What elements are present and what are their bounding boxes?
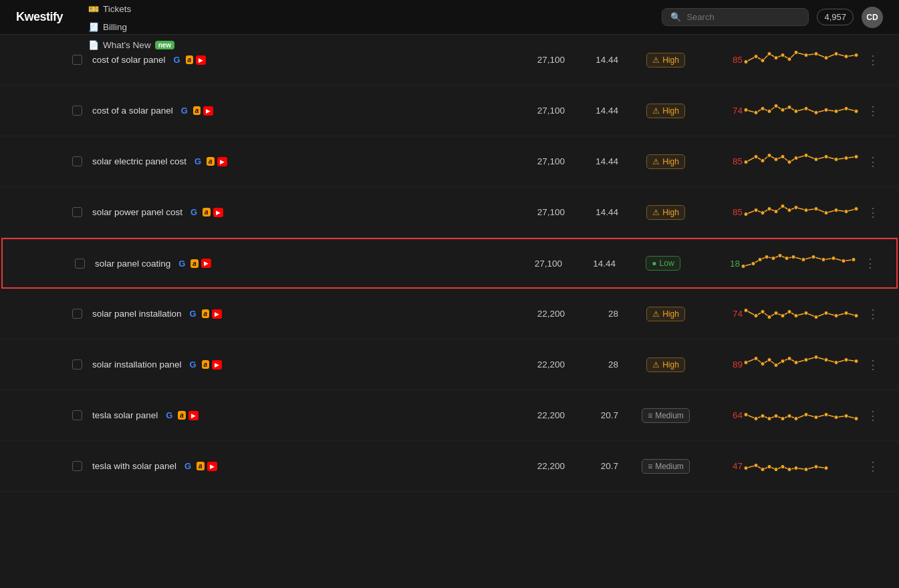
sparkline-row5	[743, 250, 857, 277]
col-score: 74	[702, 106, 743, 116]
row-checkbox[interactable]	[75, 259, 85, 269]
row-checkbox[interactable]	[72, 156, 82, 166]
youtube-icon[interactable]: ▶	[188, 411, 199, 420]
sparkline-row4	[746, 199, 860, 226]
svg-point-92	[804, 357, 808, 361]
platform-icons: G a ▶	[182, 460, 217, 472]
search-box[interactable]: 🔍	[662, 8, 809, 26]
google-icon[interactable]: G	[187, 308, 199, 320]
col-competition: ⚠ High	[629, 357, 702, 372]
svg-point-14	[744, 108, 748, 112]
amazon-icon[interactable]: a	[193, 106, 201, 115]
svg-point-28	[744, 160, 748, 164]
row-menu-button[interactable]: ⋮	[864, 456, 882, 476]
youtube-icon[interactable]: ▶	[201, 259, 211, 268]
row-checkbox[interactable]	[72, 461, 82, 471]
col-check	[72, 309, 92, 319]
row-checkbox[interactable]	[72, 55, 82, 65]
amazon-icon[interactable]: a	[202, 360, 210, 369]
svg-point-83	[854, 313, 858, 317]
col-cpc: 28	[565, 309, 618, 319]
row-menu-button[interactable]: ⋮	[864, 101, 882, 121]
google-icon[interactable]: G	[178, 105, 190, 117]
svg-point-38	[824, 154, 828, 158]
google-icon[interactable]: G	[187, 359, 199, 371]
svg-point-11	[834, 51, 838, 55]
svg-point-68	[842, 259, 846, 263]
svg-point-111	[854, 416, 858, 420]
svg-point-9	[814, 51, 818, 55]
youtube-icon[interactable]: ▶	[217, 157, 227, 166]
row-menu-button[interactable]: ⋮	[864, 406, 882, 426]
svg-point-101	[767, 416, 771, 420]
competition-icon: ⚠	[652, 157, 660, 166]
row-menu-button[interactable]: ⋮	[862, 253, 879, 273]
col-actions: ⋮	[863, 456, 883, 476]
svg-point-113	[754, 463, 758, 467]
nav-item-whats-new[interactable]: 📄 What's Newnew	[79, 36, 184, 54]
google-icon[interactable]: G	[192, 156, 204, 168]
svg-point-106	[804, 412, 808, 416]
col-check	[72, 461, 92, 471]
youtube-icon[interactable]: ▶	[196, 55, 206, 65]
col-competition: ⚠ High	[629, 154, 702, 169]
col-score: 89	[702, 359, 743, 370]
col-actions: ⋮	[863, 50, 883, 70]
competition-label: Medium	[655, 462, 684, 471]
row-menu-button[interactable]: ⋮	[864, 355, 882, 375]
sparkline-row8	[746, 402, 860, 429]
table-row: cost of a solar panel G a ▶ 27,100 14.44…	[0, 86, 899, 136]
row-menu-button[interactable]: ⋮	[864, 152, 882, 172]
amazon-icon[interactable]: a	[197, 462, 205, 470]
svg-point-57	[751, 262, 755, 266]
competition-badge: ⚠ High	[646, 154, 685, 169]
competition-badge: ⚠ High	[646, 53, 685, 67]
row-menu-button[interactable]: ⋮	[864, 50, 882, 70]
youtube-icon[interactable]: ▶	[207, 462, 217, 471]
amazon-icon[interactable]: a	[186, 55, 194, 64]
row-checkbox[interactable]	[72, 359, 82, 370]
svg-point-71	[754, 313, 758, 317]
youtube-icon[interactable]: ▶	[213, 208, 223, 217]
competition-label: High	[662, 208, 679, 217]
amazon-icon[interactable]: a	[203, 208, 211, 216]
google-icon[interactable]: G	[163, 410, 175, 422]
sparkline-row7	[746, 351, 860, 378]
google-icon[interactable]: G	[182, 460, 194, 472]
amazon-icon[interactable]: a	[207, 157, 215, 166]
amazon-icon[interactable]: a	[178, 411, 186, 420]
avatar: CD	[862, 7, 883, 28]
nav-label-tickets: Tickets	[103, 4, 131, 14]
svg-point-78	[804, 311, 808, 315]
nav-item-billing[interactable]: 🧾 Billing	[79, 18, 184, 36]
keyword-table: cost of solar panel G a ▶ 27,100 14.44 ⚠…	[0, 35, 899, 492]
col-score: 47	[702, 461, 743, 471]
svg-point-48	[787, 208, 791, 212]
competition-label: High	[662, 55, 679, 65]
youtube-icon[interactable]: ▶	[212, 309, 222, 319]
row-checkbox[interactable]	[72, 106, 82, 116]
col-keyword: solar power panel cost G a ▶	[92, 206, 505, 218]
svg-point-1	[754, 54, 758, 58]
competition-badge: ⚠ High	[646, 307, 685, 321]
google-icon[interactable]: G	[188, 206, 200, 218]
search-input[interactable]	[686, 12, 800, 22]
col-score: 74	[702, 309, 743, 319]
row-menu-button[interactable]: ⋮	[864, 202, 882, 223]
sparkline-row9	[746, 453, 860, 480]
competition-label: High	[662, 360, 679, 370]
google-icon[interactable]: G	[176, 257, 188, 269]
svg-point-53	[834, 208, 838, 212]
row-checkbox[interactable]	[72, 309, 82, 319]
svg-point-97	[854, 359, 858, 363]
competition-label: High	[662, 106, 679, 116]
row-checkbox[interactable]	[72, 207, 82, 217]
amazon-icon[interactable]: a	[202, 309, 210, 318]
youtube-icon[interactable]: ▶	[203, 106, 213, 116]
row-menu-button[interactable]: ⋮	[864, 304, 882, 324]
nav-item-tickets[interactable]: 🎫 Tickets	[79, 0, 184, 18]
amazon-icon[interactable]: a	[190, 259, 199, 268]
google-icon[interactable]: G	[171, 54, 183, 66]
row-checkbox[interactable]	[72, 410, 82, 420]
youtube-icon[interactable]: ▶	[212, 360, 222, 370]
